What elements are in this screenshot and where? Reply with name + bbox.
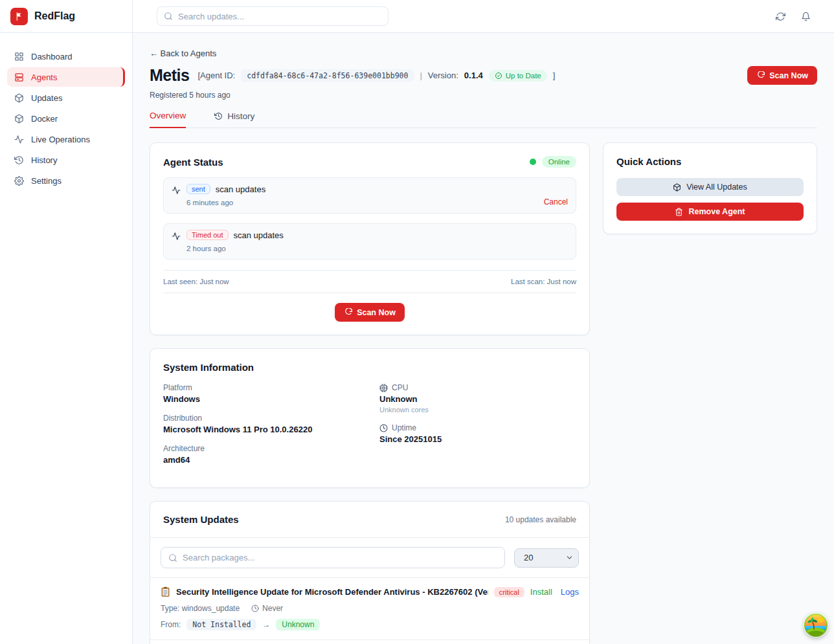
sidebar-item-live-operations[interactable]: Live Operations — [7, 129, 125, 149]
architecture-label: Architecture — [163, 444, 360, 453]
sidebar-item-label: Docker — [31, 114, 58, 124]
search-icon — [168, 553, 177, 562]
tab-history[interactable]: History — [214, 111, 254, 128]
clock-icon — [214, 112, 223, 120]
last-scan-text: Last scan: Just now — [511, 278, 576, 285]
system-updates-card: System Updates 10 updates available 20 — [150, 501, 590, 644]
from-version: Not Installed — [186, 619, 256, 630]
sidebar-item-docker[interactable]: Docker — [7, 109, 125, 128]
online-dot — [530, 159, 536, 165]
cube-icon — [14, 114, 24, 124]
sidebar-item-settings[interactable]: Settings — [7, 171, 125, 190]
sidebar-item-history[interactable]: History — [7, 150, 125, 170]
package-icon — [14, 93, 24, 103]
bell-icon[interactable] — [801, 12, 811, 21]
architecture-value: amd64 — [163, 455, 360, 465]
activity-item: Timed out scan updates 2 hours ago — [163, 223, 576, 260]
package-search[interactable] — [161, 547, 505, 568]
history-clock-icon — [14, 155, 24, 165]
sidebar-item-updates[interactable]: Updates — [7, 88, 125, 107]
uptime-label: Uptime — [392, 423, 416, 432]
sidebar-item-agents[interactable]: Agents — [7, 67, 125, 87]
agent-id-label: [Agent ID: — [197, 71, 235, 80]
clipboard-icon — [161, 586, 170, 597]
activity-icon — [172, 186, 181, 206]
tab-bar: Overview History — [150, 111, 817, 128]
severity-badge: critical — [494, 587, 524, 597]
clock-icon — [251, 605, 259, 612]
logs-link[interactable]: Logs — [561, 587, 579, 597]
view-all-updates-button[interactable]: View All Updates — [616, 178, 804, 196]
install-link[interactable]: Install — [530, 587, 552, 597]
activity-time: 2 hours ago — [186, 245, 568, 252]
scan-now-button[interactable]: Scan Now — [747, 66, 817, 85]
gear-icon — [14, 176, 24, 186]
cpu-label: CPU — [392, 383, 408, 392]
sidebar-item-dashboard[interactable]: Dashboard — [7, 47, 125, 66]
server-icon — [14, 72, 24, 82]
last-seen-text: Last seen: Just now — [163, 278, 229, 285]
status-badge: Timed out — [186, 230, 229, 240]
refresh-icon[interactable] — [776, 12, 785, 21]
system-updates-title: System Updates — [163, 514, 239, 525]
update-schedule: Never — [262, 604, 283, 613]
online-badge: Online — [542, 156, 576, 168]
quick-actions-card: Quick Actions View All Updates Remove Ag… — [603, 142, 817, 234]
activity-text: scan updates — [216, 184, 265, 194]
sidebar-item-label: Settings — [31, 176, 62, 186]
update-title: Security Intelligence Update for Microso… — [176, 587, 488, 597]
sidebar-item-label: Updates — [31, 93, 62, 103]
sidebar: RedFlag Dashboard Agents Updates Docker … — [0, 0, 133, 644]
refresh-icon — [756, 71, 765, 80]
activity-icon — [172, 232, 181, 252]
brand-name: RedFlag — [34, 10, 75, 22]
from-label: From: — [161, 620, 181, 629]
cpu-value: Unknown — [379, 394, 576, 404]
remove-agent-button[interactable]: Remove Agent — [616, 203, 804, 221]
clock-icon — [379, 424, 388, 432]
distribution-value: Microsoft Windows 11 Pro 10.0.26220 — [163, 425, 360, 434]
quick-actions-title: Quick Actions — [616, 156, 804, 167]
search-input[interactable] — [178, 12, 381, 21]
island-sticker[interactable] — [804, 613, 828, 638]
update-row: Security Intelligence Update for Microso… — [150, 577, 589, 639]
back-to-agents-link[interactable]: ← Back to Agents — [150, 49, 817, 58]
cpu-icon — [379, 384, 388, 392]
agent-status-card: Agent Status Online sent scan updates — [150, 142, 590, 335]
update-type: Type: windows_update — [161, 604, 240, 613]
distribution-label: Distribution — [163, 414, 360, 423]
separator: | — [420, 71, 422, 80]
brand: RedFlag — [0, 0, 132, 33]
activity-icon — [14, 135, 24, 144]
scan-now-button[interactable]: Scan Now — [335, 303, 405, 322]
sidebar-item-label: Dashboard — [31, 52, 73, 61]
agent-id-value: cdfdfa84-68c6-47a2-8f56-639e001bb900 — [241, 69, 414, 82]
global-search[interactable] — [157, 6, 389, 26]
page-size-select[interactable]: 20 — [514, 548, 579, 568]
package-icon — [673, 183, 681, 192]
sidebar-nav: Dashboard Agents Updates Docker Live Ope… — [0, 33, 132, 190]
to-version: Unknown — [276, 619, 320, 630]
page-content: ← Back to Agents Metis [Agent ID: cdfdfa… — [133, 33, 834, 644]
grid-icon — [14, 52, 24, 61]
activity-item: sent scan updates 6 minutes ago Cancel — [163, 177, 576, 214]
cpu-cores: Unknown cores — [379, 406, 576, 414]
refresh-icon — [344, 308, 352, 316]
sidebar-item-label: History — [31, 155, 57, 165]
system-information-title: System Information — [163, 362, 576, 373]
package-search-input[interactable] — [183, 553, 497, 562]
platform-label: Platform — [163, 383, 360, 392]
up-to-date-badge: Up to Date — [489, 70, 547, 82]
system-information-card: System Information Platform Windows Dist… — [150, 348, 590, 488]
cancel-link[interactable]: Cancel — [544, 197, 568, 206]
bracket-close: ] — [553, 71, 556, 80]
sidebar-item-label: Agents — [31, 72, 57, 82]
redflag-logo-icon — [10, 8, 28, 25]
activity-time: 6 minutes ago — [186, 199, 538, 206]
platform-value: Windows — [163, 394, 360, 404]
status-badge: sent — [186, 184, 210, 194]
page-title: Metis — [150, 66, 189, 85]
updates-available-count: 10 updates available — [505, 515, 576, 524]
tab-overview[interactable]: Overview — [150, 111, 186, 128]
topbar — [133, 0, 834, 33]
